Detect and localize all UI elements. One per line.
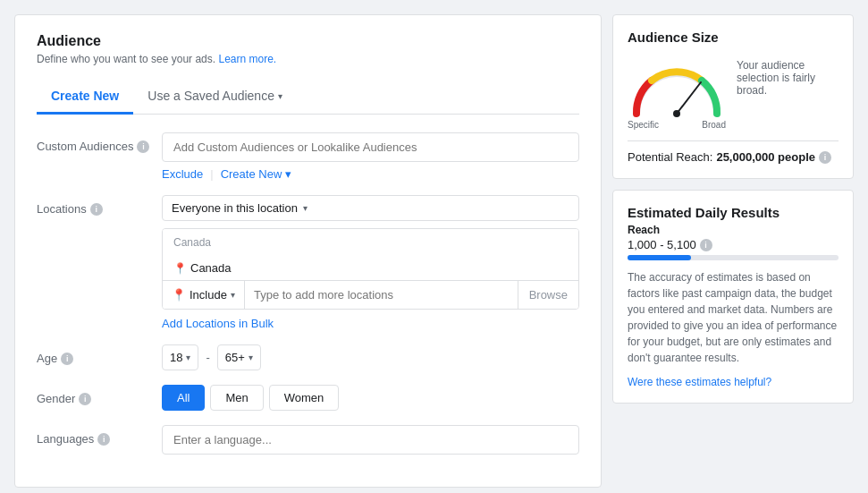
custom-audiences-row: Custom Audiences i Exclude | Create New … — [37, 132, 579, 181]
location-box-header: Canada — [163, 229, 578, 256]
estimated-title: Estimated Daily Results — [628, 205, 839, 220]
info-icon[interactable]: i — [90, 203, 103, 216]
exclude-button[interactable]: Exclude — [162, 167, 203, 181]
tab-create-new[interactable]: Create New — [37, 80, 133, 115]
gender-buttons: All Men Women — [162, 385, 579, 411]
chevron-down-icon: ▾ — [278, 91, 282, 101]
info-icon[interactable]: i — [97, 433, 110, 446]
separator: | — [210, 167, 213, 181]
create-new-button[interactable]: Create New ▾ — [221, 167, 291, 181]
age-to-dropdown[interactable]: 65+ ▾ — [217, 344, 261, 370]
gauge-svg — [628, 55, 726, 118]
info-icon[interactable]: i — [79, 393, 91, 405]
audience-size-title: Audience Size — [628, 30, 839, 45]
svg-point-1 — [673, 110, 680, 117]
location-tag: 📍 Canada — [173, 261, 232, 275]
gauge-container: Specific Broad Your audience selection i… — [628, 55, 839, 130]
info-icon[interactable]: i — [819, 151, 831, 164]
learn-more-link[interactable]: Learn more. — [218, 53, 276, 65]
age-row-controls: 18 ▾ - 65+ ▾ — [162, 344, 579, 370]
info-icon[interactable]: i — [61, 353, 73, 365]
languages-label: Languages i — [37, 425, 162, 446]
location-box: Canada 📍 Canada 📍 Include ▾ — [162, 228, 579, 310]
custom-audiences-label: Custom Audiences i — [37, 132, 162, 153]
reach-bar-background — [628, 255, 839, 260]
svg-line-0 — [677, 82, 701, 114]
chevron-down-icon: ▾ — [186, 353, 190, 362]
gauge-specific-label: Specific — [628, 120, 659, 130]
locations-content: Everyone in this location ▾ Canada 📍 Can… — [162, 195, 579, 330]
reach-label: Reach — [628, 224, 839, 236]
age-dash: - — [206, 351, 209, 364]
page-subtitle: Define who you want to see your ads. Lea… — [37, 53, 579, 65]
main-panel: Audience Define who you want to see your… — [14, 14, 602, 488]
locations-row: Locations i Everyone in this location ▾ … — [37, 195, 579, 330]
locations-label: Locations i — [37, 195, 162, 216]
tab-use-saved[interactable]: Use a Saved Audience ▾ — [133, 80, 297, 115]
gauge-wrapper: Specific Broad — [628, 55, 726, 130]
gender-all-button[interactable]: All — [162, 385, 205, 411]
custom-audiences-content: Exclude | Create New ▾ — [162, 132, 579, 181]
info-icon[interactable]: i — [700, 239, 712, 251]
location-dropdown[interactable]: Everyone in this location ▾ — [162, 195, 579, 221]
pin-icon-small: 📍 — [172, 288, 186, 302]
estimated-results-card: Estimated Daily Results Reach 1,000 - 5,… — [612, 190, 854, 404]
gender-row: Gender i All Men Women — [37, 385, 579, 411]
estimates-text: The accuracy of estimates is based on fa… — [628, 269, 839, 366]
age-label: Age i — [37, 344, 162, 365]
potential-reach: Potential Reach: 25,000,000 people i — [628, 140, 839, 164]
page-title: Audience — [37, 33, 579, 49]
gender-men-button[interactable]: Men — [210, 385, 263, 411]
location-tag-row: 📍 Canada — [163, 256, 578, 280]
gender-label: Gender i — [37, 385, 162, 405]
audience-actions: Exclude | Create New ▾ — [162, 167, 579, 181]
chevron-down-icon: ▾ — [231, 290, 235, 300]
chevron-down-icon: ▾ — [249, 353, 253, 362]
audience-description: Your audience selection is fairly broad. — [737, 55, 839, 97]
location-search-input[interactable] — [245, 281, 518, 309]
chevron-down-icon: ▾ — [303, 203, 308, 213]
reach-value: 1,000 - 5,100 i — [628, 238, 839, 251]
bulk-locations-link[interactable]: Add Locations in Bulk — [162, 317, 274, 330]
location-input-row: 📍 Include ▾ Browse — [163, 280, 578, 309]
custom-audiences-input[interactable] — [162, 132, 579, 162]
languages-content — [162, 425, 579, 455]
tabs-container: Create New Use a Saved Audience ▾ — [37, 80, 579, 115]
age-row: Age i 18 ▾ - 65+ ▾ — [37, 344, 579, 370]
languages-row: Languages i — [37, 425, 579, 455]
gauge-labels: Specific Broad — [628, 120, 726, 130]
gender-women-button[interactable]: Women — [269, 385, 340, 411]
gauge-broad-label: Broad — [702, 120, 726, 130]
gender-content: All Men Women — [162, 385, 579, 411]
audience-size-card: Audience Size — [612, 14, 854, 179]
language-input[interactable] — [162, 425, 579, 455]
include-dropdown[interactable]: 📍 Include ▾ — [163, 281, 245, 309]
chevron-down-icon: ▾ — [285, 167, 291, 181]
age-content: 18 ▾ - 65+ ▾ — [162, 344, 579, 370]
pin-icon: 📍 — [173, 262, 187, 275]
right-panel: Audience Size — [612, 14, 854, 488]
reach-bar-fill — [628, 255, 691, 260]
helpful-link[interactable]: Were these estimates helpful? — [628, 376, 771, 388]
age-from-dropdown[interactable]: 18 ▾ — [162, 344, 198, 370]
info-icon[interactable]: i — [137, 140, 149, 153]
browse-button[interactable]: Browse — [518, 281, 578, 309]
